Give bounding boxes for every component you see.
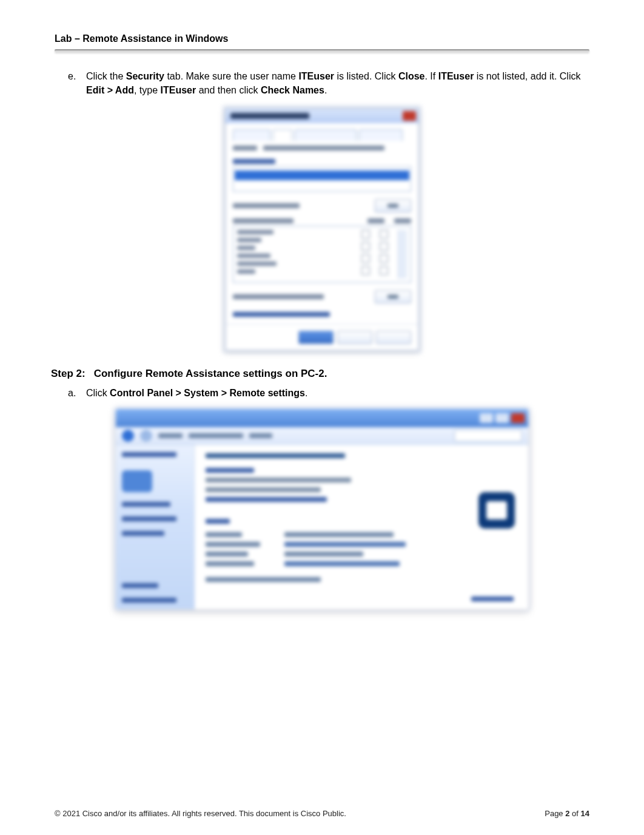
checkbox[interactable]: [380, 266, 388, 275]
tab-general[interactable]: [233, 129, 270, 141]
advanced-row: [233, 290, 411, 303]
checkbox[interactable]: [380, 230, 388, 238]
side-link[interactable]: [122, 598, 176, 603]
text: Page: [545, 809, 565, 818]
figure-security-dialog: [55, 108, 589, 351]
windows-edition-block: [206, 468, 517, 502]
button-label: [387, 295, 398, 299]
step-text: Click Control Panel > System > Remote se…: [86, 386, 589, 400]
text: is listed. Click: [334, 71, 398, 81]
maximize-icon[interactable]: [495, 413, 509, 423]
step-marker: e.: [68, 69, 86, 83]
side-panel: [116, 445, 195, 609]
group-user-listbox[interactable]: [233, 166, 411, 192]
instruction-step-e: e. Click the Security tab. Make sure the…: [68, 69, 589, 97]
toolbar: [116, 427, 528, 445]
deny-column: [380, 230, 388, 279]
checkbox[interactable]: [361, 254, 370, 263]
system-window: [116, 409, 528, 609]
page-total: 14: [581, 809, 589, 818]
row-label: [206, 532, 242, 537]
tab-security[interactable]: [273, 129, 292, 141]
edit-hint: [233, 203, 300, 208]
instruction-step-a: a. Click Control Panel > System > Remote…: [68, 386, 589, 400]
breadcrumb-item[interactable]: [189, 433, 243, 438]
edit-row: [233, 199, 411, 212]
learn-link[interactable]: [233, 312, 330, 317]
permission-names: [237, 230, 280, 279]
checkbox[interactable]: [380, 254, 388, 263]
bold: Close: [398, 71, 425, 81]
text: , type: [134, 85, 161, 95]
rating-link[interactable]: [471, 597, 514, 601]
breadcrumb-item[interactable]: [158, 433, 183, 438]
scrollbar[interactable]: [398, 230, 407, 279]
section-label: [206, 519, 230, 524]
bold: ITEuser: [438, 71, 474, 81]
text: . If: [424, 71, 438, 81]
breadcrumb-item[interactable]: [249, 433, 272, 438]
tab-other[interactable]: [295, 129, 357, 141]
back-icon[interactable]: [122, 430, 134, 442]
tab-strip: [233, 129, 411, 141]
dialog-titlebar: [226, 109, 418, 123]
permissions-list: [233, 226, 411, 283]
document-page: Lab – Remote Assistance in Windows e. Cl…: [0, 0, 644, 835]
window-body: [116, 445, 528, 609]
row-label: [206, 561, 254, 566]
side-link-device-manager[interactable]: [122, 502, 170, 507]
edit-button[interactable]: [375, 199, 411, 212]
button-label: [387, 204, 398, 208]
minimize-icon[interactable]: [480, 413, 493, 423]
advanced-hint: [233, 294, 324, 299]
shield-icon: [122, 470, 152, 492]
side-link-remote-settings[interactable]: [122, 516, 176, 521]
value: [263, 146, 384, 150]
values-col: [284, 532, 406, 566]
close-icon[interactable]: [403, 111, 416, 121]
row-value: [284, 542, 406, 547]
checkbox[interactable]: [380, 242, 388, 251]
info-line: [206, 478, 351, 482]
step-marker: a.: [68, 386, 86, 400]
perm-item: [237, 246, 255, 250]
checkbox[interactable]: [361, 266, 370, 275]
row-value: [284, 561, 400, 566]
perm-item: [237, 269, 255, 274]
checkbox[interactable]: [361, 242, 370, 251]
permissions-header: [233, 218, 411, 223]
forward-icon[interactable]: [140, 430, 152, 442]
text: tab. Make sure the user name: [164, 71, 298, 81]
step-text: Click the Security tab. Make sure the us…: [86, 69, 589, 97]
link-line[interactable]: [206, 497, 327, 502]
ok-button[interactable]: [298, 331, 334, 344]
figure-system-window: [55, 409, 589, 609]
advanced-button[interactable]: [375, 290, 411, 303]
side-link[interactable]: [122, 531, 164, 536]
search-input[interactable]: [454, 430, 522, 442]
apply-button[interactable]: [376, 331, 411, 344]
windows-logo-icon: [478, 492, 515, 529]
main-panel: [195, 445, 528, 609]
cancel-button[interactable]: [337, 331, 372, 344]
copyright-text: © 2021 Cisco and/or its affiliates. All …: [55, 809, 346, 818]
bold: Control Panel > System > Remote settings: [110, 388, 305, 398]
perm-item: [237, 254, 270, 258]
perm-for-label: [233, 218, 293, 223]
dialog-body: [226, 123, 418, 324]
side-link[interactable]: [122, 583, 158, 588]
bold: ITEuser: [298, 71, 334, 81]
checkbox[interactable]: [361, 230, 370, 238]
text: Click: [86, 388, 110, 398]
dialog-footer: [226, 324, 418, 350]
tab-other2[interactable]: [359, 129, 403, 141]
dialog-title-text: [230, 113, 309, 119]
row-value: [284, 552, 363, 556]
text: is not listed, add it. Click: [474, 71, 580, 81]
side-link[interactable]: [122, 452, 176, 457]
step-number: Step 2:: [51, 368, 86, 380]
main-heading: [206, 453, 345, 458]
close-icon[interactable]: [511, 413, 525, 423]
step2-heading: Step 2: Configure Remote Assistance sett…: [51, 368, 589, 380]
selected-user-row[interactable]: [235, 171, 409, 180]
